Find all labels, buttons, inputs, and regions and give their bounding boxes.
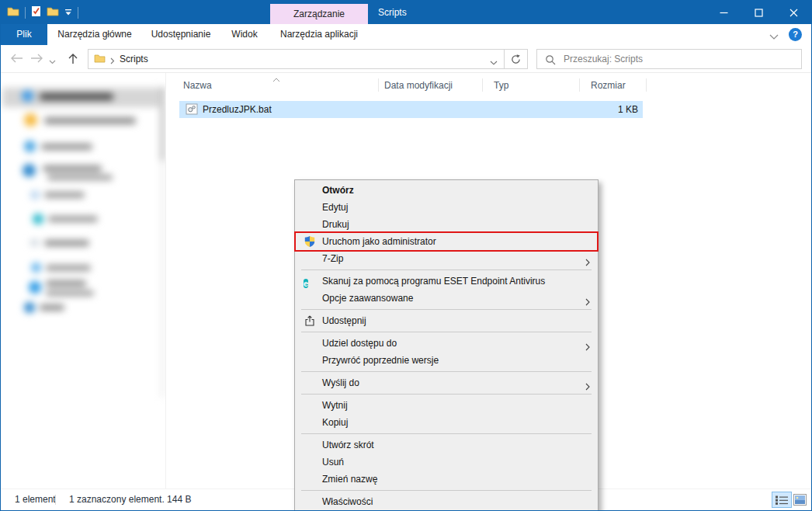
menu-item-utworz-skrot[interactable]: Utwórz skrót xyxy=(295,436,598,454)
item-count: 1 element xyxy=(15,489,56,509)
menu-item-wyslij-do[interactable]: Wyślij do xyxy=(295,374,598,391)
address-bar[interactable]: Scripts xyxy=(88,49,505,69)
breadcrumb-chevron-icon[interactable] xyxy=(110,56,115,67)
title-bar: Zarządzanie Scripts xyxy=(1,1,811,24)
column-header-typ[interactable]: Typ xyxy=(494,78,508,93)
menu-item-skanuj-eset[interactable]: e Skanuj za pomocą programu ESET Endpoin… xyxy=(295,273,598,290)
quick-access-toolbar xyxy=(7,1,78,24)
menu-item-label: Uruchom jako administrator xyxy=(322,236,436,247)
menu-separator xyxy=(301,269,592,270)
minimize-button[interactable] xyxy=(706,1,741,24)
details-view-button[interactable] xyxy=(772,492,792,508)
submenu-chevron-icon xyxy=(585,294,590,311)
sort-ascending-icon xyxy=(272,74,280,85)
file-size: 1 KB xyxy=(618,101,638,118)
submenu-chevron-icon xyxy=(585,255,590,272)
recent-locations-chevron-icon[interactable] xyxy=(49,56,56,67)
batch-file-icon xyxy=(186,103,198,117)
sidebar-redacted-items xyxy=(1,73,165,488)
context-menu: Otwórz Edytuj Drukuj Uruchom jako admini… xyxy=(294,179,599,511)
window-title: Scripts xyxy=(378,1,407,24)
menu-item-kopiuj[interactable]: Kopiuj xyxy=(295,414,598,431)
column-divider[interactable] xyxy=(646,78,647,92)
navigation-bar: Scripts xyxy=(1,45,811,73)
explorer-window: Zarządzanie Scripts Plik Narzędzia główn… xyxy=(0,0,812,511)
menu-item-opcje-zaawansowane[interactable]: Opcje zaawansowane xyxy=(295,290,598,307)
thumbnails-view-button[interactable] xyxy=(793,493,807,506)
content-area: Nazwa Data modyfikacji Typ Rozmiar Przed… xyxy=(1,73,811,488)
share-icon xyxy=(304,315,316,327)
back-button[interactable] xyxy=(10,53,23,66)
menu-item-edytuj[interactable]: Edytuj xyxy=(295,199,598,216)
toolbar-separator xyxy=(25,7,26,19)
column-header-nazwa[interactable]: Nazwa xyxy=(183,78,212,93)
menu-item-wytnij[interactable]: Wytnij xyxy=(295,397,598,414)
menu-item-label: Udziel dostępu do xyxy=(322,338,397,349)
navigation-pane[interactable] xyxy=(1,73,166,488)
customize-dropdown-icon[interactable] xyxy=(64,7,72,18)
column-divider[interactable] xyxy=(579,78,580,92)
forward-button[interactable] xyxy=(30,53,43,66)
tab-widok[interactable]: Widok xyxy=(220,24,269,45)
menu-separator xyxy=(301,309,592,310)
selection-info: 1 zaznaczony element. 144 B xyxy=(69,489,191,509)
menu-separator xyxy=(301,433,592,434)
menu-item-label: Opcje zaawansowane xyxy=(322,293,413,304)
menu-separator xyxy=(301,371,592,372)
properties-check-icon[interactable] xyxy=(31,5,41,19)
menu-item-wlasciwosci[interactable]: Właściwości xyxy=(295,493,598,510)
tab-narzedzia-aplikacji[interactable]: Narzędzia aplikacji xyxy=(270,24,368,45)
menu-item-udziel-dostepu[interactable]: Udziel dostępu do xyxy=(295,335,598,352)
column-divider[interactable] xyxy=(378,78,379,92)
ribbon-tab-row: Plik Narzędzia główne Udostępnianie Wido… xyxy=(1,24,811,45)
submenu-chevron-icon xyxy=(585,379,590,396)
up-button[interactable] xyxy=(68,53,78,67)
file-row[interactable]: PrzedluzJPK.bat 1 KB xyxy=(179,101,643,118)
menu-item-label: Wyślij do xyxy=(322,377,359,388)
menu-item-przywroc-wersje[interactable]: Przywróć poprzednie wersje xyxy=(295,352,598,369)
menu-item-uruchom-jako-administrator[interactable]: Uruchom jako administrator xyxy=(295,233,598,250)
folder-icon[interactable] xyxy=(7,6,19,19)
column-header-data-modyfikacji[interactable]: Data modyfikacji xyxy=(384,78,453,93)
menu-separator xyxy=(301,332,592,332)
menu-item-7zip[interactable]: 7-Zip xyxy=(295,250,598,267)
toolbar-separator xyxy=(78,7,78,19)
file-name[interactable]: PrzedluzJPK.bat xyxy=(203,101,272,118)
close-button[interactable] xyxy=(776,1,811,24)
menu-item-label: 7-Zip xyxy=(322,253,343,264)
tab-plik[interactable]: Plik xyxy=(1,24,47,45)
search-box[interactable] xyxy=(536,49,802,69)
maximize-button[interactable] xyxy=(741,1,776,24)
menu-separator xyxy=(301,394,592,395)
folder-icon xyxy=(94,54,106,65)
menu-item-label: Udostępnij xyxy=(322,315,366,326)
eset-icon: e xyxy=(304,275,316,287)
menu-item-otworz[interactable]: Otwórz xyxy=(295,182,598,199)
search-input[interactable] xyxy=(537,50,801,68)
refresh-button[interactable] xyxy=(504,49,528,69)
ribbon-collapse-chevron-icon[interactable] xyxy=(769,31,779,42)
tab-narzedzia-glowne[interactable]: Narzędzia główne xyxy=(47,24,142,45)
breadcrumb-folder[interactable]: Scripts xyxy=(120,50,148,68)
column-header-rozmiar[interactable]: Rozmiar xyxy=(591,78,626,93)
menu-item-zmien-nazwe[interactable]: Zmień nazwę xyxy=(295,471,598,488)
menu-item-usun[interactable]: Usuń xyxy=(295,454,598,471)
menu-item-udostepnij[interactable]: Udostępnij xyxy=(295,312,598,329)
folder-icon[interactable] xyxy=(47,6,59,19)
menu-separator xyxy=(301,490,592,491)
address-dropdown-chevron-icon[interactable] xyxy=(490,57,498,68)
contextual-tab-zarzadzanie[interactable]: Zarządzanie xyxy=(270,4,368,24)
menu-item-label: Skanuj za pomocą programu ESET Endpoint … xyxy=(322,276,545,287)
column-divider[interactable] xyxy=(482,78,483,92)
menu-item-drukuj[interactable]: Drukuj xyxy=(295,216,598,233)
help-icon[interactable]: ? xyxy=(789,28,802,41)
status-divider xyxy=(55,495,56,505)
uac-shield-icon xyxy=(304,235,316,248)
tab-udostepnianie[interactable]: Udostępnianie xyxy=(142,24,220,45)
